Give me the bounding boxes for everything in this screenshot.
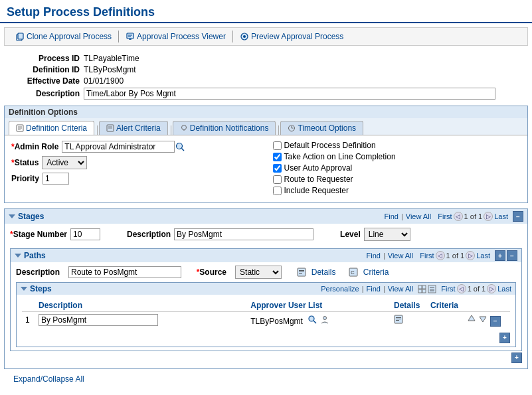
steps-grid-icon[interactable] xyxy=(418,285,426,293)
step-add-button[interactable]: + xyxy=(499,333,510,343)
steps-first-label[interactable]: First xyxy=(441,285,455,293)
stage-level-select[interactable]: Line Header xyxy=(364,228,410,241)
svg-line-38 xyxy=(313,321,316,323)
take-action-checkbox[interactable] xyxy=(273,153,282,161)
tab-alert-criteria[interactable]: Alert Criteria xyxy=(99,121,168,135)
admin-role-label: *Admin Role xyxy=(11,142,58,151)
stage-description-row: Description xyxy=(127,228,313,240)
steps-last-label[interactable]: Last xyxy=(497,285,511,293)
default-process-checkbox[interactable] xyxy=(273,141,282,150)
path-criteria-link[interactable]: Criteria xyxy=(363,268,389,277)
paths-next-arrow[interactable]: ▷ xyxy=(466,251,475,260)
stages-last-label[interactable]: Last xyxy=(494,212,508,220)
tab-definition-notifications[interactable]: Definition Notifications xyxy=(173,121,276,135)
route-to-requester-checkbox[interactable] xyxy=(273,175,282,184)
expand-collapse-all-link[interactable]: Expand/Collapse All xyxy=(7,372,91,386)
path-description-input[interactable] xyxy=(68,266,181,278)
paths-last-label[interactable]: Last xyxy=(476,252,490,260)
path-row: Description *Source Static Dynamic Detai… xyxy=(16,266,516,279)
approval-process-viewer-button[interactable]: Approval Process Viewer xyxy=(122,31,230,42)
path-details-icon[interactable] xyxy=(297,268,306,277)
paths-prev-arrow[interactable]: ◁ xyxy=(436,251,445,260)
priority-row: Priority xyxy=(11,173,260,185)
stages-find-link[interactable]: Find xyxy=(385,212,399,220)
stages-view-all-link[interactable]: View All xyxy=(406,212,431,220)
steps-find-link[interactable]: Find xyxy=(367,285,381,293)
paths-add-button[interactable]: + xyxy=(495,250,505,261)
paths-remove-button[interactable]: − xyxy=(507,250,517,261)
options-right-panel: Default Process Definition Take Action o… xyxy=(273,141,521,197)
admin-role-row: *Admin Role xyxy=(11,141,260,153)
col-approver-user-list: Approver User List xyxy=(247,299,391,312)
col-criteria: Criteria xyxy=(427,299,464,312)
path-source-select[interactable]: Static Dynamic xyxy=(235,266,282,279)
definition-options-tabs: Definition Criteria Alert Criteria Defin… xyxy=(5,118,527,135)
expand-collapse-container: Expand/Collapse All xyxy=(0,372,532,386)
step-move-up-icon[interactable] xyxy=(467,314,476,323)
approver-lookup-icon[interactable] xyxy=(307,314,317,325)
stages-first-label[interactable]: First xyxy=(438,212,452,220)
definition-options-header: Definition Options xyxy=(5,106,527,118)
stages-next-arrow[interactable]: ▷ xyxy=(484,212,493,221)
admin-role-lookup-icon[interactable] xyxy=(175,141,185,152)
svg-rect-23 xyxy=(298,268,306,276)
stage-number-label: *Stage Number xyxy=(10,230,67,239)
user-auto-approval-checkbox-row: User Auto Approval xyxy=(273,163,521,173)
row-criteria xyxy=(427,312,464,329)
admin-role-input[interactable] xyxy=(62,141,175,153)
steps-prev-arrow[interactable]: ◁ xyxy=(457,284,466,293)
definition-id-row: Definition ID TLByPosMgmt xyxy=(7,65,525,74)
svg-rect-31 xyxy=(418,289,422,293)
path-criteria-icon[interactable]: C xyxy=(349,268,358,277)
step-remove-button[interactable]: − xyxy=(490,316,501,327)
svg-marker-44 xyxy=(468,315,475,321)
tab-timeout-options[interactable]: Timeout Options xyxy=(280,121,363,135)
stage-description-input[interactable] xyxy=(174,228,313,240)
definition-id-value: TLByPosMgmt xyxy=(84,65,136,74)
tab-sep-1 xyxy=(97,125,98,135)
stages-add-button[interactable]: + xyxy=(511,353,522,363)
paths-collapse-icon[interactable] xyxy=(15,254,21,258)
steps-personalize-link[interactable]: Personalize xyxy=(321,285,359,293)
step-move-down-icon[interactable] xyxy=(478,314,488,323)
options-left-panel: *Admin Role *Status Active Inactive Prio… xyxy=(11,141,260,188)
steps-title: Steps xyxy=(21,284,52,293)
steps-next-arrow[interactable]: ▷ xyxy=(487,284,496,293)
status-select[interactable]: Active Inactive xyxy=(42,156,87,169)
svg-point-16 xyxy=(181,125,186,130)
stages-remove-button[interactable]: − xyxy=(513,211,523,222)
bell-icon xyxy=(180,124,188,132)
step-description-input[interactable] xyxy=(39,314,158,326)
steps-list-icon[interactable] xyxy=(428,285,436,293)
status-label: *Status xyxy=(11,158,39,167)
viewer-icon xyxy=(126,32,135,41)
paths-first-label[interactable]: First xyxy=(420,252,434,260)
process-id-label: Process ID xyxy=(7,54,80,63)
svg-point-37 xyxy=(309,316,314,321)
tab-definition-criteria[interactable]: Definition Criteria xyxy=(9,121,94,135)
step-details-icon[interactable] xyxy=(394,315,403,324)
paths-view-all-link[interactable]: View All xyxy=(388,252,413,260)
options-main-row: *Admin Role *Status Active Inactive Prio… xyxy=(11,141,521,197)
preview-approval-process-button[interactable]: Preview Approval Process xyxy=(236,31,347,42)
toolbar-sep-1 xyxy=(118,31,119,42)
priority-input[interactable] xyxy=(43,173,69,185)
row-num: 1 xyxy=(22,312,35,329)
steps-view-all-link[interactable]: View All xyxy=(388,285,413,293)
approver-user-icon[interactable] xyxy=(320,315,329,324)
svg-line-22 xyxy=(182,149,185,151)
stages-box: Stages Find | View All First ◁ 1 of 1 ▷ … xyxy=(4,208,528,369)
svg-point-8 xyxy=(243,35,246,38)
description-label: Description xyxy=(7,89,80,98)
stages-prev-arrow[interactable]: ◁ xyxy=(454,212,463,221)
paths-find-link[interactable]: Find xyxy=(367,252,381,260)
user-auto-approval-checkbox[interactable] xyxy=(273,164,282,173)
default-process-checkbox-row: Default Process Definition xyxy=(273,141,521,150)
path-details-link[interactable]: Details xyxy=(311,268,336,277)
clone-approval-process-button[interactable]: Clone Approval Process xyxy=(11,31,116,42)
steps-collapse-icon[interactable] xyxy=(21,287,27,291)
stages-collapse-icon[interactable] xyxy=(9,214,15,218)
description-input[interactable] xyxy=(84,88,495,100)
include-requester-checkbox[interactable] xyxy=(273,187,282,195)
stage-number-input[interactable] xyxy=(70,228,100,240)
